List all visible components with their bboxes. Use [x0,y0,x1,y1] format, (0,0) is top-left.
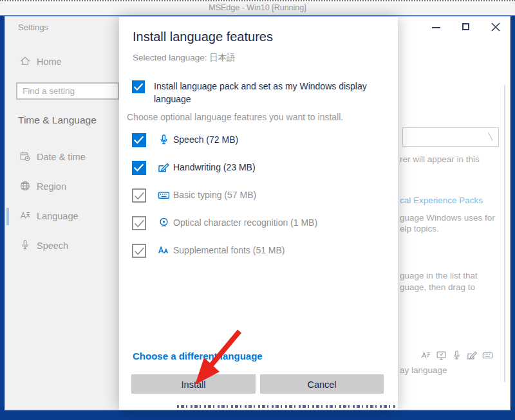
scrollbar[interactable] [504,85,505,382]
install-button[interactable]: Install [131,374,256,394]
handwriting-pen-icon [158,161,170,174]
bg-text-fragment: rer will appear in this [400,154,480,164]
translate-icon [420,350,431,361]
basic-typing-checkbox[interactable] [132,188,146,203]
selected-language-label: Selected language: 日本語 [133,52,236,64]
microphone-icon [451,350,462,361]
feature-label: Supplemental fonts (51 MB) [173,245,285,255]
ocr-checkbox[interactable] [132,216,146,230]
sidebar-item-label: Speech [37,241,68,251]
checkmark-icon [133,162,145,173]
vm-screen: MSEdge - Win10 [Running] Settings Home T… [0,0,515,420]
sidebar-item-label: Region [37,181,66,192]
sidebar-item-date-time[interactable]: Date & time [5,148,119,167]
handwriting-pen-icon [467,350,478,361]
keyboard-icon [482,350,493,361]
bg-text-fragment: elp topics. [400,224,439,233]
install-language-features-dialog: Install language features Selected langu… [119,17,398,410]
display-check-icon [436,350,447,361]
choose-features-label: Choose optional language features you wa… [127,112,343,122]
sidebar-item-label: Home [37,57,62,67]
vm-window-title: MSEdge - Win10 [Running] [0,3,515,12]
search-input[interactable] [17,84,118,98]
sidebar-item-region[interactable]: Region [5,178,119,197]
supplemental-fonts-checkbox[interactable] [132,244,146,258]
sidebar-item-home[interactable]: Home [5,53,119,72]
feature-row-handwriting: Handwriting (23 MB) [132,161,389,175]
checkmark-icon [133,218,145,229]
dialog-title: Install language features [133,30,273,44]
vm-titlebar: MSEdge - Win10 [Running] [0,0,515,14]
calendar-clock-icon [19,151,31,162]
feature-label: Speech (72 MB) [173,134,238,145]
maximize-icon[interactable] [460,21,473,33]
checkmark-icon [133,134,145,145]
clipped-text-fragment [177,405,396,408]
vm-desktop: Settings Home Time & Language [0,14,515,420]
minimize-icon[interactable] [430,21,443,33]
feature-row-ocr: Optical character recognition (1 MB) [132,216,389,230]
checkmark-icon [133,190,145,201]
microphone-icon [158,134,170,146]
handwriting-checkbox[interactable] [132,161,146,175]
bg-text-fragment: guage in the list that [400,271,478,280]
window-controls [430,21,502,33]
speech-checkbox[interactable] [132,133,146,147]
bg-text-fragment: ay language [400,365,447,375]
fonts-aa-icon [158,244,170,257]
sidebar-section-title: Time & Language [18,114,97,126]
feature-label: Optical character recognition (1 MB) [173,217,317,228]
install-language-pack-checkbox[interactable] [132,80,145,93]
display-language-dropdown[interactable]: ╲ [402,127,499,147]
bg-text-fragment: guage Windows uses for [400,213,495,223]
sidebar-item-speech[interactable]: Speech [5,237,119,256]
install-language-pack-label: Install language pack and set as my Wind… [154,80,391,106]
checkmark-icon [133,82,144,92]
search-box [16,82,119,100]
translate-icon [19,210,31,221]
feature-row-supplemental-fonts: Supplemental fonts (51 MB) [132,244,389,258]
language-feature-icons-row [420,350,493,361]
sidebar-item-label: Date & time [37,152,86,162]
microphone-icon [19,239,31,251]
keyboard-icon [158,189,170,201]
home-icon [19,55,31,67]
app-title: Settings [18,23,48,32]
bg-text-fragment: guage, then drag to [400,282,475,292]
settings-window: Settings Home Time & Language [5,17,510,410]
settings-sidebar: Settings Home Time & Language [5,17,119,410]
bg-link-fragment[interactable]: cal Experience Packs [400,196,483,205]
feature-label: Basic typing (57 MB) [173,190,256,200]
ocr-lens-icon [158,217,170,229]
globe-icon [19,180,31,192]
cancel-button[interactable]: Cancel [260,374,384,394]
close-icon[interactable] [489,21,502,33]
chevron-down-icon: ╲ [488,132,492,141]
choose-different-language-link[interactable]: Choose a different language [133,351,263,361]
feature-row-speech: Speech (72 MB) [132,133,389,147]
checkmark-icon [133,246,145,257]
feature-label: Handwriting (23 MB) [173,162,256,172]
feature-row-basic-typing: Basic typing (57 MB) [132,188,389,203]
sidebar-item-language[interactable]: Language [5,207,119,226]
sidebar-item-label: Language [37,211,79,221]
